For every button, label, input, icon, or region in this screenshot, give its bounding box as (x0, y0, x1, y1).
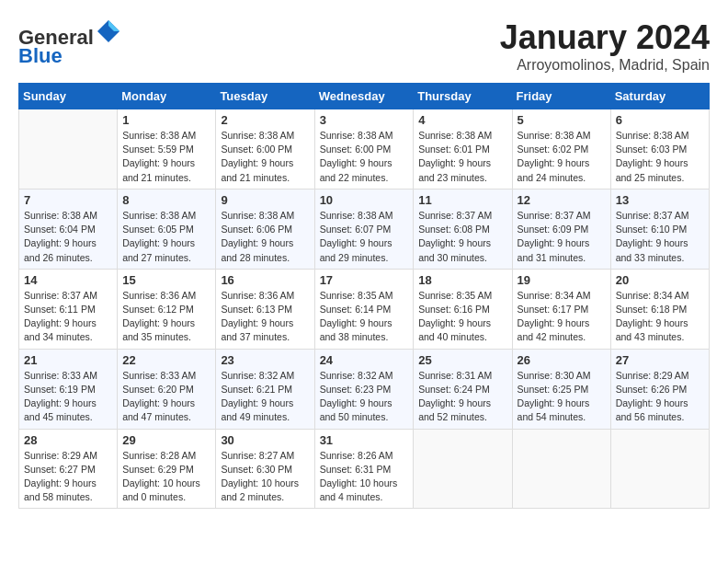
calendar-cell (19, 109, 118, 190)
calendar-cell: 28Sunrise: 8:29 AM Sunset: 6:27 PM Dayli… (19, 429, 118, 509)
weekday-header-row: SundayMondayTuesdayWednesdayThursdayFrid… (19, 84, 710, 109)
calendar-cell: 19Sunrise: 8:34 AM Sunset: 6:17 PM Dayli… (512, 269, 610, 349)
location: Arroyomolinos, Madrid, Spain (500, 57, 710, 74)
logo-blue: Blue (18, 44, 63, 67)
day-info: Sunrise: 8:38 AM Sunset: 6:06 PM Dayligh… (221, 209, 309, 265)
day-number: 7 (24, 193, 112, 207)
day-number: 16 (221, 273, 309, 287)
day-number: 8 (122, 193, 210, 207)
calendar-cell: 5Sunrise: 8:38 AM Sunset: 6:02 PM Daylig… (512, 109, 610, 190)
month-title: January 2024 (500, 18, 710, 57)
day-number: 10 (320, 193, 409, 207)
day-info: Sunrise: 8:28 AM Sunset: 6:29 PM Dayligh… (122, 449, 210, 505)
page-header: General Blue January 2024 Arroyomolinos,… (18, 18, 710, 74)
weekday-header-monday: Monday (118, 84, 216, 109)
day-number: 12 (518, 193, 606, 207)
day-number: 27 (616, 353, 704, 367)
day-number: 14 (24, 273, 112, 287)
day-info: Sunrise: 8:37 AM Sunset: 6:09 PM Dayligh… (518, 209, 606, 265)
day-number: 26 (518, 353, 606, 367)
calendar: SundayMondayTuesdayWednesdayThursdayFrid… (18, 83, 710, 509)
calendar-cell: 6Sunrise: 8:38 AM Sunset: 6:03 PM Daylig… (610, 109, 709, 190)
day-info: Sunrise: 8:38 AM Sunset: 6:04 PM Dayligh… (24, 209, 112, 265)
day-info: Sunrise: 8:29 AM Sunset: 6:26 PM Dayligh… (616, 369, 704, 425)
day-info: Sunrise: 8:26 AM Sunset: 6:31 PM Dayligh… (320, 449, 409, 505)
logo-icon (96, 18, 121, 44)
day-number: 6 (616, 113, 704, 127)
week-row-4: 21Sunrise: 8:33 AM Sunset: 6:19 PM Dayli… (19, 349, 710, 429)
calendar-cell: 25Sunrise: 8:31 AM Sunset: 6:24 PM Dayli… (414, 349, 512, 429)
day-info: Sunrise: 8:35 AM Sunset: 6:14 PM Dayligh… (320, 289, 409, 345)
day-info: Sunrise: 8:38 AM Sunset: 6:07 PM Dayligh… (320, 209, 409, 265)
week-row-5: 28Sunrise: 8:29 AM Sunset: 6:27 PM Dayli… (19, 429, 710, 509)
calendar-cell: 21Sunrise: 8:33 AM Sunset: 6:19 PM Dayli… (19, 349, 118, 429)
day-info: Sunrise: 8:30 AM Sunset: 6:25 PM Dayligh… (518, 369, 606, 425)
day-number: 24 (320, 353, 409, 367)
day-number: 23 (221, 353, 309, 367)
calendar-cell (512, 429, 610, 509)
day-info: Sunrise: 8:38 AM Sunset: 5:59 PM Dayligh… (122, 129, 210, 185)
day-number: 25 (418, 353, 506, 367)
weekday-header-friday: Friday (512, 84, 610, 109)
day-info: Sunrise: 8:31 AM Sunset: 6:24 PM Dayligh… (418, 369, 506, 425)
day-number: 5 (518, 113, 606, 127)
day-info: Sunrise: 8:38 AM Sunset: 6:03 PM Dayligh… (616, 129, 704, 185)
calendar-cell: 10Sunrise: 8:38 AM Sunset: 6:07 PM Dayli… (314, 189, 414, 269)
day-info: Sunrise: 8:32 AM Sunset: 6:21 PM Dayligh… (221, 369, 309, 425)
weekday-header-sunday: Sunday (19, 84, 118, 109)
day-info: Sunrise: 8:34 AM Sunset: 6:17 PM Dayligh… (518, 289, 606, 345)
day-number: 30 (221, 433, 309, 447)
calendar-cell: 8Sunrise: 8:38 AM Sunset: 6:05 PM Daylig… (118, 189, 216, 269)
day-number: 17 (320, 273, 409, 287)
calendar-cell: 18Sunrise: 8:35 AM Sunset: 6:16 PM Dayli… (414, 269, 512, 349)
day-info: Sunrise: 8:29 AM Sunset: 6:27 PM Dayligh… (24, 449, 112, 505)
day-info: Sunrise: 8:33 AM Sunset: 6:19 PM Dayligh… (24, 369, 112, 425)
day-number: 11 (418, 193, 506, 207)
day-info: Sunrise: 8:37 AM Sunset: 6:11 PM Dayligh… (24, 289, 112, 345)
day-number: 22 (122, 353, 210, 367)
day-number: 15 (122, 273, 210, 287)
day-number: 19 (518, 273, 606, 287)
calendar-cell: 9Sunrise: 8:38 AM Sunset: 6:06 PM Daylig… (216, 189, 314, 269)
day-info: Sunrise: 8:35 AM Sunset: 6:16 PM Dayligh… (418, 289, 506, 345)
calendar-cell: 14Sunrise: 8:37 AM Sunset: 6:11 PM Dayli… (19, 269, 118, 349)
calendar-cell: 4Sunrise: 8:38 AM Sunset: 6:01 PM Daylig… (414, 109, 512, 190)
calendar-cell: 11Sunrise: 8:37 AM Sunset: 6:08 PM Dayli… (414, 189, 512, 269)
calendar-cell: 13Sunrise: 8:37 AM Sunset: 6:10 PM Dayli… (610, 189, 709, 269)
calendar-cell: 31Sunrise: 8:26 AM Sunset: 6:31 PM Dayli… (314, 429, 414, 509)
day-info: Sunrise: 8:27 AM Sunset: 6:30 PM Dayligh… (221, 449, 309, 505)
weekday-header-saturday: Saturday (610, 84, 709, 109)
day-number: 29 (122, 433, 210, 447)
day-info: Sunrise: 8:37 AM Sunset: 6:10 PM Dayligh… (616, 209, 704, 265)
calendar-cell (610, 429, 709, 509)
weekday-header-thursday: Thursday (414, 84, 512, 109)
calendar-cell: 26Sunrise: 8:30 AM Sunset: 6:25 PM Dayli… (512, 349, 610, 429)
week-row-1: 1Sunrise: 8:38 AM Sunset: 5:59 PM Daylig… (19, 109, 710, 190)
title-area: January 2024 Arroyomolinos, Madrid, Spai… (500, 18, 710, 74)
day-number: 28 (24, 433, 112, 447)
weekday-header-wednesday: Wednesday (314, 84, 414, 109)
calendar-cell: 16Sunrise: 8:36 AM Sunset: 6:13 PM Dayli… (216, 269, 314, 349)
day-number: 13 (616, 193, 704, 207)
day-info: Sunrise: 8:38 AM Sunset: 6:01 PM Dayligh… (418, 129, 506, 185)
calendar-cell: 30Sunrise: 8:27 AM Sunset: 6:30 PM Dayli… (216, 429, 314, 509)
day-number: 4 (418, 113, 506, 127)
day-info: Sunrise: 8:38 AM Sunset: 6:00 PM Dayligh… (221, 129, 309, 185)
day-info: Sunrise: 8:33 AM Sunset: 6:20 PM Dayligh… (122, 369, 210, 425)
calendar-cell: 29Sunrise: 8:28 AM Sunset: 6:29 PM Dayli… (118, 429, 216, 509)
day-info: Sunrise: 8:34 AM Sunset: 6:18 PM Dayligh… (616, 289, 704, 345)
day-info: Sunrise: 8:37 AM Sunset: 6:08 PM Dayligh… (418, 209, 506, 265)
day-info: Sunrise: 8:36 AM Sunset: 6:12 PM Dayligh… (122, 289, 210, 345)
calendar-cell: 7Sunrise: 8:38 AM Sunset: 6:04 PM Daylig… (19, 189, 118, 269)
day-number: 9 (221, 193, 309, 207)
day-number: 18 (418, 273, 506, 287)
calendar-cell: 12Sunrise: 8:37 AM Sunset: 6:09 PM Dayli… (512, 189, 610, 269)
calendar-cell: 24Sunrise: 8:32 AM Sunset: 6:23 PM Dayli… (314, 349, 414, 429)
calendar-cell: 20Sunrise: 8:34 AM Sunset: 6:18 PM Dayli… (610, 269, 709, 349)
day-number: 31 (320, 433, 409, 447)
calendar-cell: 27Sunrise: 8:29 AM Sunset: 6:26 PM Dayli… (610, 349, 709, 429)
week-row-3: 14Sunrise: 8:37 AM Sunset: 6:11 PM Dayli… (19, 269, 710, 349)
calendar-cell: 23Sunrise: 8:32 AM Sunset: 6:21 PM Dayli… (216, 349, 314, 429)
day-info: Sunrise: 8:38 AM Sunset: 6:02 PM Dayligh… (518, 129, 606, 185)
day-info: Sunrise: 8:38 AM Sunset: 6:00 PM Dayligh… (320, 129, 409, 185)
